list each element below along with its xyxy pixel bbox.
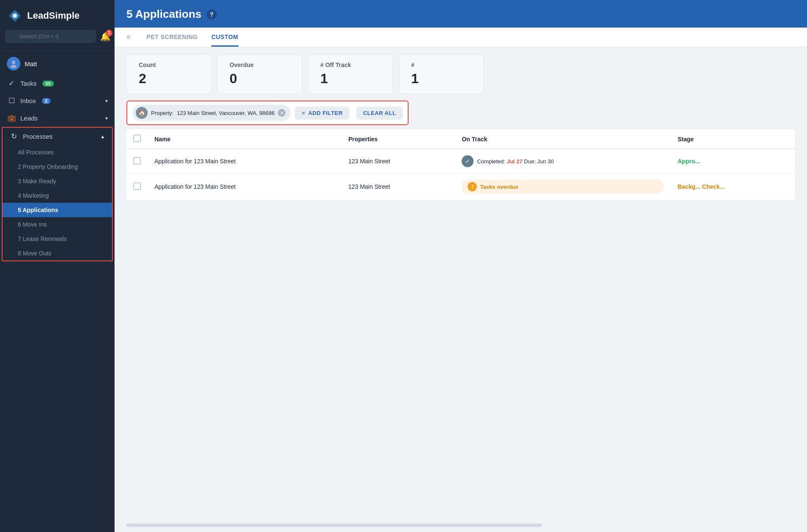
stats-row: Count 2 Overdue 0 # Off Track 1 # 1	[115, 48, 807, 98]
svg-point-3	[11, 65, 17, 68]
all-processes-label: All Processes	[18, 149, 54, 156]
stage-bg-check-label: Backg... Check...	[678, 183, 725, 190]
warning-icon: !	[468, 182, 477, 191]
sidebar-sub-item-all-processes[interactable]: All Processes	[3, 145, 112, 160]
filter-property-value: 123 Main Street, Vancouver, WA, 98686	[177, 110, 275, 116]
overdue-date: Jul 27	[507, 158, 523, 165]
table-header-checkbox	[126, 129, 148, 149]
search-wrap: ⌕	[5, 30, 96, 43]
on-track-text: Completed: Jul 27 Due: Jun 30	[477, 158, 554, 165]
table-header-properties: Properties	[342, 129, 455, 149]
notification-badge: 1	[106, 30, 112, 36]
table-row: Application for 123 Main Street 123 Main…	[126, 174, 795, 200]
sidebar-item-inbox[interactable]: ☐ Inbox 2 ▾	[0, 92, 115, 109]
sidebar: LeadSimple ⌕ 🔔 1 Matt ✓ Tasks 55 ☐ Inbox	[0, 0, 115, 532]
row2-checkbox-cell	[126, 174, 148, 200]
stat-card-extra: # 1	[399, 54, 484, 94]
sidebar-user[interactable]: Matt	[0, 53, 115, 75]
main-header: 5 Applications ?	[115, 0, 807, 28]
remove-filter-button[interactable]: ✕	[278, 109, 286, 117]
stat-count-label: Count	[139, 62, 199, 68]
tab-pet-screening-label: PET SCREENING	[146, 34, 198, 40]
property-filter-tag: 🏠 Property: 123 Main Street, Vancouver, …	[132, 105, 291, 121]
horizontal-scrollbar[interactable]	[126, 524, 542, 527]
leads-icon: 💼	[7, 114, 16, 123]
sidebar-search-row: ⌕ 🔔 1	[0, 30, 115, 49]
make-ready-label: 3 Make Ready	[18, 178, 56, 185]
sidebar-sub-item-property-onboarding[interactable]: 2 Property Onboarding	[3, 160, 112, 174]
user-name: Matt	[25, 60, 37, 67]
applications-label: 5 Applications	[18, 207, 58, 213]
data-table: Name Properties On Track Stage Applicati…	[126, 129, 795, 200]
table-wrap: Name Properties On Track Stage Applicati…	[115, 129, 807, 521]
row2-checkbox[interactable]	[133, 182, 141, 190]
inbox-chevron-icon: ▾	[105, 98, 108, 104]
table-header-on-track: On Track	[455, 129, 671, 149]
sidebar-sub-item-applications[interactable]: 5 Applications	[3, 203, 112, 217]
inbox-badge: 2	[42, 98, 50, 104]
notifications-button[interactable]: 🔔 1	[100, 31, 111, 42]
row1-stage: Appro...	[671, 149, 795, 174]
tab-custom[interactable]: CUSTOM	[211, 28, 238, 47]
stage-approved-label: Appro...	[678, 158, 700, 165]
leads-chevron-icon: ▾	[105, 115, 108, 121]
tab-custom-label: CUSTOM	[211, 34, 238, 40]
sidebar-sub-item-move-outs[interactable]: 8 Move Outs	[3, 246, 112, 260]
tasks-icon: ✓	[7, 79, 16, 88]
processes-section: ↻ Processes ▲ All Processes 2 Property O…	[2, 127, 113, 261]
lease-renewals-label: 7 Lease Renewals	[18, 235, 67, 242]
tabs-bar: ≡ PET SCREENING CUSTOM	[115, 28, 807, 48]
row2-on-track: ! Tasks overdue	[455, 174, 671, 200]
row1-checkbox-cell	[126, 149, 148, 174]
row2-stage: Backg... Check...	[671, 174, 795, 200]
add-filter-icon: ≡	[302, 110, 305, 116]
marketing-label: 4 Marketing	[18, 192, 49, 199]
table-row: Application for 123 Main Street 123 Main…	[126, 149, 795, 174]
main-content: 5 Applications ? ≡ PET SCREENING CUSTOM …	[115, 0, 807, 532]
stat-extra-label: #	[411, 62, 471, 68]
row2-properties: 123 Main Street	[342, 174, 455, 200]
table-header-stage: Stage	[671, 129, 795, 149]
sidebar-sub-item-marketing[interactable]: 4 Marketing	[3, 188, 112, 203]
due-text: Due: Jun 30	[524, 158, 554, 165]
help-icon[interactable]: ?	[207, 9, 217, 20]
stat-card-count: Count 2	[126, 54, 211, 94]
filter-property-label: Property:	[151, 110, 174, 116]
filter-bar-wrap: 🏠 Property: 123 Main Street, Vancouver, …	[115, 98, 807, 129]
tasks-overdue-text: Tasks overdue	[480, 184, 518, 190]
processes-chevron-icon: ▲	[100, 134, 105, 140]
search-input[interactable]	[5, 30, 96, 43]
clear-all-label: CLEAR ALL	[363, 110, 396, 116]
row1-properties: 123 Main Street	[342, 149, 455, 174]
app-logo-text: LeadSimple	[27, 10, 79, 21]
user-avatar	[7, 57, 20, 70]
svg-point-1	[13, 14, 17, 18]
tab-menu-icon: ≡	[126, 34, 130, 41]
tasks-overdue-badge: ! Tasks overdue	[462, 179, 664, 194]
stat-count-value: 2	[139, 71, 199, 87]
row2-name[interactable]: Application for 123 Main Street	[148, 174, 342, 200]
inbox-icon: ☐	[7, 96, 16, 105]
stat-extra-value: 1	[411, 71, 471, 87]
stat-card-off-track: # Off Track 1	[308, 54, 393, 94]
move-ins-label: 6 Move Ins	[18, 221, 47, 228]
stat-off-track-value: 1	[320, 71, 381, 87]
sidebar-sub-item-move-ins[interactable]: 6 Move Ins	[3, 217, 112, 232]
processes-icon: ↻	[9, 132, 19, 141]
tab-pet-screening[interactable]: PET SCREENING	[146, 28, 198, 47]
completed-icon: ✓	[462, 155, 474, 167]
sidebar-sub-item-make-ready[interactable]: 3 Make Ready	[3, 174, 112, 188]
table-header-name: Name	[148, 129, 342, 149]
add-filter-button[interactable]: ≡ ADD FILTER	[295, 106, 349, 120]
row1-name[interactable]: Application for 123 Main Street	[148, 149, 342, 174]
sidebar-sub-item-lease-renewals[interactable]: 7 Lease Renewals	[3, 232, 112, 246]
row1-checkbox[interactable]	[133, 157, 141, 165]
select-all-checkbox[interactable]	[133, 134, 141, 142]
clear-all-button[interactable]: CLEAR ALL	[356, 106, 403, 120]
property-onboarding-label: 2 Property Onboarding	[18, 163, 78, 170]
sidebar-item-processes[interactable]: ↻ Processes ▲	[3, 128, 112, 145]
sidebar-item-tasks[interactable]: ✓ Tasks 55	[0, 75, 115, 92]
leads-label: Leads	[20, 115, 38, 122]
sidebar-item-leads[interactable]: 💼 Leads ▾	[0, 109, 115, 127]
tasks-badge: 55	[42, 81, 53, 87]
